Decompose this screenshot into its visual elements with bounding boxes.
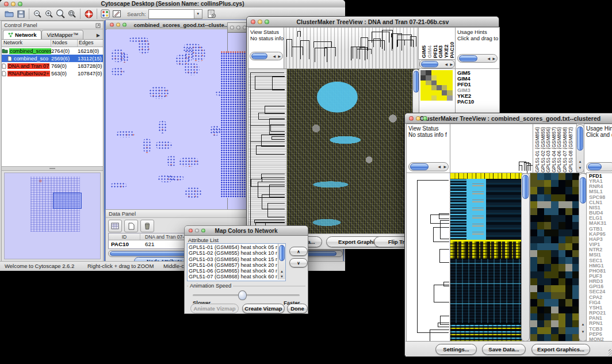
scroll-up-icon[interactable]: ▲ xyxy=(579,160,582,163)
network-node-cluster[interactable] xyxy=(129,37,148,43)
scroll-left-icon[interactable]: ◀ xyxy=(487,57,490,60)
scrollbar-thumb[interactable] xyxy=(251,53,267,59)
column-labels-vscrollbar[interactable]: ▲ ▼ xyxy=(576,124,584,173)
scroll-right-icon[interactable]: ▶ xyxy=(450,63,453,66)
network-node-cluster[interactable] xyxy=(210,125,220,136)
done-button[interactable]: Done xyxy=(287,304,308,313)
move-up-button[interactable]: ∧ xyxy=(289,247,308,256)
column-labels-hscrollbar[interactable]: ◀ ▶ xyxy=(419,60,455,68)
network-node-cluster[interactable] xyxy=(110,182,127,189)
window-controls[interactable] xyxy=(230,26,247,30)
network-node-cluster[interactable] xyxy=(192,46,205,62)
view-status-hscrollbar[interactable]: ◀ ▶ xyxy=(408,162,449,171)
column-label[interactable]: GPL51-04 (GSM857) xyxy=(551,125,557,173)
close-button[interactable] xyxy=(110,23,114,27)
column-label[interactable]: YKE2 xyxy=(443,28,449,58)
scrollbar-thumb[interactable] xyxy=(522,175,529,199)
close-button[interactable] xyxy=(230,26,234,30)
treeview2-zoom-heatmap[interactable] xyxy=(530,173,579,342)
network-list-row[interactable]: combined_sco2569(6)13112(15) xyxy=(2,55,103,62)
scroll-left-icon[interactable]: ◀ xyxy=(438,165,441,168)
create-vizmap-button[interactable]: Create Vizmap xyxy=(242,304,285,313)
scrollbar-thumb[interactable] xyxy=(410,163,429,170)
minimize-button[interactable] xyxy=(11,2,16,6)
column-label[interactable]: GPL51-07 (GSM868) xyxy=(562,125,568,173)
minimize-button[interactable] xyxy=(116,23,120,27)
row-label[interactable]: YKE2 xyxy=(457,93,499,99)
column-label[interactable]: GIM5 xyxy=(421,28,426,58)
zoom-button[interactable] xyxy=(201,229,205,233)
scroll-down-icon[interactable]: ▼ xyxy=(579,166,582,170)
row-label[interactable]: GIM3 xyxy=(457,87,499,93)
row-label[interactable]: PFD1 xyxy=(457,82,499,87)
tab-overflow-arrow-icon[interactable]: ▶ xyxy=(97,33,102,39)
network-list-row[interactable]: DNA and Tran 07769(0)183728(0) xyxy=(2,62,103,70)
scroll-up-icon[interactable]: ▲ xyxy=(582,323,585,326)
scroll-right-icon[interactable]: ▶ xyxy=(278,55,281,58)
network-node-cluster[interactable] xyxy=(185,187,201,198)
scrollbar-thumb[interactable] xyxy=(577,127,583,151)
attribute-list-vscrollbar[interactable]: ▲ ▼ xyxy=(278,244,285,279)
network-node-cluster[interactable] xyxy=(167,155,176,167)
column-label[interactable]: GPL51-06 (GSM865) xyxy=(556,125,562,173)
help-button[interactable] xyxy=(83,8,94,20)
row-label[interactable]: GIM5 xyxy=(457,70,499,76)
scroll-left-icon[interactable]: ◀ xyxy=(273,55,276,58)
window-controls[interactable] xyxy=(4,2,22,6)
panel-splitter[interactable] xyxy=(2,166,103,171)
close-button[interactable] xyxy=(251,20,255,24)
settings-button[interactable]: Settings... xyxy=(435,344,477,355)
delete-attribute-button[interactable] xyxy=(140,220,154,232)
network-node-cluster[interactable] xyxy=(143,138,151,153)
row-label[interactable]: PAC10 xyxy=(457,99,499,105)
resize-grip[interactable] xyxy=(609,349,612,356)
move-down-button[interactable]: ∨ xyxy=(289,258,308,267)
speed-slider-thumb[interactable] xyxy=(238,290,247,300)
search-dropdown-arrow-icon[interactable]: ▼ xyxy=(194,10,202,18)
zoom-out-button[interactable] xyxy=(32,8,43,20)
table-column-id[interactable]: ID xyxy=(109,234,140,240)
tab-vizmapper[interactable]: VizMapper™ xyxy=(41,30,83,39)
network-node-cluster[interactable] xyxy=(120,53,128,63)
overview-viewport-rect[interactable] xyxy=(53,193,82,209)
minimize-button[interactable] xyxy=(258,20,262,24)
scroll-right-icon[interactable]: ▶ xyxy=(443,165,446,168)
scroll-right-icon[interactable]: ▶ xyxy=(492,57,495,60)
network-node-cluster[interactable] xyxy=(158,120,167,133)
scrollbar-thumb[interactable] xyxy=(459,55,477,62)
treeview1-global-heatmap[interactable] xyxy=(286,68,420,235)
column-label[interactable]: PFD1 xyxy=(433,28,438,58)
scroll-up-icon[interactable]: ▲ xyxy=(280,270,284,273)
open-session-button[interactable] xyxy=(3,8,15,20)
column-label[interactable]: GIM3 xyxy=(438,28,443,58)
tab-network[interactable]: Network xyxy=(3,30,41,39)
scrollbar-thumb[interactable] xyxy=(588,163,602,170)
treeview2-titlebar[interactable]: ClusterMaker TreeView : combined_scores_… xyxy=(405,113,612,124)
attribute-list[interactable]: GPL51-01 (GSM854) heat shock 05 minGPL51… xyxy=(187,243,286,281)
new-attribute-button[interactable] xyxy=(124,220,138,232)
scrollbar-thumb[interactable] xyxy=(421,61,438,67)
zoom-button[interactable] xyxy=(423,116,427,121)
network-node-cluster[interactable] xyxy=(116,131,135,137)
annotation-button[interactable] xyxy=(111,8,123,20)
dense-network-cluster[interactable] xyxy=(221,53,246,198)
save-data-button[interactable]: Save Data... xyxy=(482,344,526,355)
minimize-button[interactable] xyxy=(195,229,199,233)
column-header-network[interactable]: Network xyxy=(2,40,51,47)
column-header-edges[interactable]: Edges xyxy=(78,40,104,47)
close-button[interactable] xyxy=(409,116,414,121)
network-node-cluster[interactable] xyxy=(111,67,124,76)
window-controls[interactable] xyxy=(409,116,427,121)
treeview1-titlebar[interactable]: ClusterMaker TreeView : DNA and Tran 07-… xyxy=(247,17,499,27)
usage-hints-hscrollbar[interactable]: ◀ ▶ xyxy=(457,54,498,63)
attribute-browser-button[interactable] xyxy=(206,8,217,20)
zoom-button[interactable] xyxy=(265,20,269,24)
vizmapper-button[interactable] xyxy=(100,8,111,20)
column-header-nodes[interactable]: Nodes xyxy=(51,40,78,47)
dialog-titlebar[interactable]: Map Colors to Network xyxy=(185,226,308,236)
scroll-left-icon[interactable]: ◀ xyxy=(445,63,447,66)
minimize-button[interactable] xyxy=(416,116,420,121)
scrollbar-thumb[interactable] xyxy=(279,245,285,261)
zoom-fit-button[interactable] xyxy=(55,8,66,20)
minimize-button[interactable] xyxy=(236,26,240,30)
